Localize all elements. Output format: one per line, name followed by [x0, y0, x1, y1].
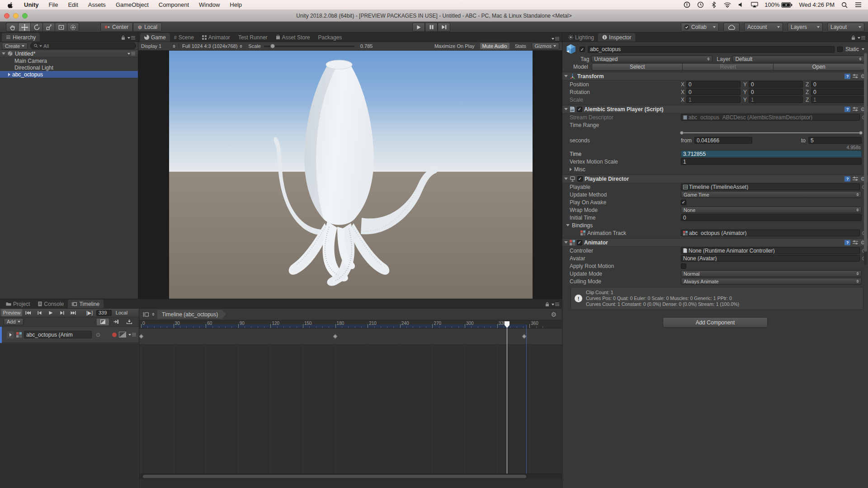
- static-checkbox[interactable]: [837, 47, 843, 52]
- range-max-handle[interactable]: [859, 131, 863, 135]
- transform-header[interactable]: Transform ? ⚙: [562, 72, 868, 80]
- animator-header[interactable]: ✓ Animator ? ⚙: [562, 238, 868, 247]
- marker-area-toggle[interactable]: [123, 319, 135, 325]
- scene-foldout-icon[interactable]: [2, 52, 5, 55]
- track-object-picker-icon[interactable]: ⊙: [94, 332, 102, 338]
- tab-console[interactable]: Console: [34, 300, 68, 308]
- active-checkbox[interactable]: ✓: [580, 47, 585, 52]
- tab-game[interactable]: Game: [140, 33, 170, 42]
- airplay-icon[interactable]: [751, 1, 758, 9]
- mute-audio-toggle[interactable]: Mute Audio: [480, 43, 509, 49]
- help-icon[interactable]: ?: [844, 74, 850, 79]
- hierarchy-item-directional-light[interactable]: Directional Light: [0, 64, 138, 71]
- hierarchy-search-input[interactable]: All: [30, 42, 136, 49]
- alembic-enabled-checkbox[interactable]: ✓: [577, 107, 582, 112]
- add-component-button[interactable]: Add Component: [663, 317, 768, 328]
- stream-descriptor-field[interactable]: abc_octopus_ABCDesc (AlembicStreamDescri…: [681, 114, 860, 121]
- time-field[interactable]: 3.712855: [681, 150, 862, 157]
- wrap-mode-dropdown[interactable]: None: [681, 206, 862, 213]
- tab-test-runner[interactable]: Test Runner: [234, 33, 272, 42]
- timeline-selector-icon[interactable]: [143, 312, 149, 317]
- scale-slider-knob[interactable]: [270, 44, 275, 48]
- collab-button[interactable]: Collab: [681, 23, 719, 32]
- lock-icon[interactable]: [121, 35, 125, 40]
- curves-view-toggle[interactable]: [97, 319, 109, 325]
- time-machine-icon[interactable]: [697, 1, 704, 9]
- tab-project[interactable]: Project: [2, 300, 34, 308]
- status-circle-icon[interactable]: [683, 1, 690, 9]
- keyframe-diamond-icon[interactable]: [522, 334, 526, 339]
- model-open-button[interactable]: Open: [773, 63, 864, 70]
- hierarchy-item-abc-octopus[interactable]: abc_octopus: [0, 71, 138, 78]
- cloud-button[interactable]: [723, 23, 740, 32]
- account-dropdown[interactable]: Account: [744, 23, 783, 32]
- rect-tool-button[interactable]: [55, 23, 67, 32]
- preset-icon[interactable]: [853, 240, 858, 245]
- minimize-button[interactable]: [13, 13, 19, 19]
- add-track-button[interactable]: Add: [4, 318, 24, 325]
- misc-foldout-icon[interactable]: [570, 168, 572, 171]
- position-y-field[interactable]: 0: [749, 81, 803, 88]
- tab-packages[interactable]: Packages: [314, 33, 346, 42]
- inspector-scrollbar[interactable]: [864, 53, 867, 265]
- timeline-scrollbar-thumb[interactable]: [143, 475, 526, 478]
- help-icon[interactable]: ?: [844, 176, 850, 182]
- lock-icon[interactable]: [851, 35, 855, 40]
- rotation-z-field[interactable]: 0: [811, 89, 865, 95]
- stats-toggle[interactable]: Stats: [513, 43, 528, 49]
- tab-inspector[interactable]: Inspector: [598, 33, 635, 42]
- menu-assets[interactable]: Assets: [83, 1, 111, 8]
- timeline-ruler[interactable]: 0306090120150180210240270300330360: [139, 320, 562, 328]
- vertex-motion-field[interactable]: 1: [681, 158, 862, 165]
- lock-icon[interactable]: [545, 302, 549, 307]
- tab-asset-store[interactable]: Asset Store: [272, 33, 314, 42]
- close-button[interactable]: [4, 13, 9, 19]
- hierarchy-panel-menu-icon[interactable]: [127, 36, 135, 39]
- tab-scene[interactable]: # Scene: [170, 33, 198, 42]
- track-expand-button[interactable]: [7, 331, 14, 338]
- timeline-horizontal-scrollbar[interactable]: [139, 474, 562, 479]
- pivot-center-button[interactable]: Center: [100, 23, 133, 32]
- keyframe-diamond-icon[interactable]: [139, 334, 143, 339]
- director-enabled-checkbox[interactable]: ✓: [577, 176, 583, 182]
- layer-dropdown[interactable]: Default: [732, 56, 864, 62]
- gameobject-name-field[interactable]: abc_octopus: [588, 46, 835, 53]
- rotation-y-field[interactable]: 0: [749, 89, 803, 95]
- zoom-button[interactable]: [22, 13, 28, 19]
- preview-toggle[interactable]: Preview: [1, 309, 22, 316]
- tab-animator[interactable]: Animator: [198, 33, 234, 42]
- menu-component[interactable]: Component: [154, 1, 194, 8]
- item-foldout-icon[interactable]: [8, 73, 10, 76]
- update-method-dropdown[interactable]: Game Time: [681, 191, 862, 198]
- range-min-handle[interactable]: [680, 131, 684, 135]
- controller-field[interactable]: None (Runtime Animator Controller): [681, 247, 860, 254]
- static-caret-icon[interactable]: [862, 48, 864, 50]
- animation-track-lane[interactable]: [139, 328, 562, 345]
- menu-edit[interactable]: Edit: [63, 1, 83, 8]
- apple-icon[interactable]: [0, 1, 19, 9]
- wifi-icon[interactable]: [724, 1, 731, 9]
- rotation-x-field[interactable]: 0: [686, 89, 741, 95]
- scale-tool-button[interactable]: [42, 23, 55, 32]
- tab-hierarchy[interactable]: Hierarchy: [2, 33, 40, 42]
- director-foldout-icon[interactable]: [564, 178, 568, 180]
- transform-foldout-icon[interactable]: [564, 75, 568, 77]
- display-dropdown[interactable]: Display 1: [141, 43, 175, 49]
- culling-mode-dropdown[interactable]: Always Animate: [681, 278, 862, 285]
- misc-foldout-row[interactable]: Misc: [562, 165, 868, 173]
- timebase-dropdown[interactable]: Local: [112, 309, 131, 316]
- timeline-selector-spinner-icon[interactable]: [152, 313, 155, 316]
- time-range-slider[interactable]: [681, 132, 862, 133]
- timeline-play-button[interactable]: [45, 309, 56, 316]
- preset-icon[interactable]: [853, 107, 858, 112]
- gizmos-dropdown[interactable]: Gizmos: [532, 42, 559, 50]
- model-select-button[interactable]: Select: [592, 63, 683, 70]
- volume-icon[interactable]: [737, 1, 745, 9]
- game-viewport[interactable]: [138, 51, 562, 299]
- model-revert-button[interactable]: Revert: [683, 63, 773, 70]
- battery-status[interactable]: 100%: [764, 1, 793, 8]
- spotlight-icon[interactable]: [841, 1, 848, 9]
- next-frame-button[interactable]: [57, 309, 67, 316]
- timeline-tracks-background[interactable]: [139, 345, 562, 474]
- transform-tool-button[interactable]: [67, 23, 79, 32]
